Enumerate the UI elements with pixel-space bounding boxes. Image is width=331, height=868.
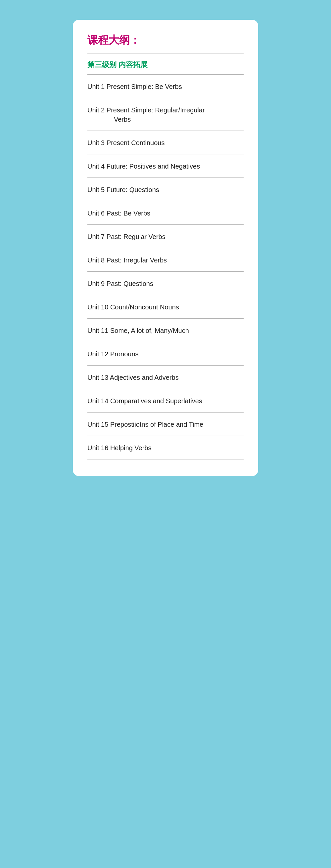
unit-text: Unit 13 Adjectives and Adverbs — [87, 366, 244, 389]
list-item: Unit 11 Some, A lot of, Many/Much — [87, 319, 244, 342]
list-item: Unit 15 Prepostiiotns of Place and Time — [87, 412, 244, 436]
unit-text: Unit 11 Some, A lot of, Many/Much — [87, 319, 244, 342]
unit-text: Unit 1 Present Simple: Be Verbs — [87, 75, 244, 98]
list-item: Unit 12 Pronouns — [87, 342, 244, 366]
unit-text: Unit 6 Past: Be Verbs — [87, 201, 244, 224]
main-card: 课程大纲： 第三级别 内容拓展 Unit 1 Present Simple: B… — [73, 20, 258, 476]
list-item: Unit 4 Future: Positives and Negatives — [87, 154, 244, 178]
unit-text: Unit 5 Future: Questions — [87, 178, 244, 201]
list-item: Unit 9 Past: Questions — [87, 272, 244, 295]
unit-list: Unit 1 Present Simple: Be VerbsUnit 2 Pr… — [87, 74, 244, 460]
section-title: 第三级别 内容拓展 — [87, 54, 244, 74]
unit-text: Unit 8 Past: Irregular Verbs — [87, 248, 244, 271]
list-item: Unit 10 Count/Noncount Nouns — [87, 295, 244, 319]
unit-text: Unit 16 Helping Verbs — [87, 436, 244, 459]
list-item: Unit 3 Present Continuous — [87, 131, 244, 154]
unit-text: Unit 7 Past: Regular Verbs — [87, 225, 244, 248]
list-item: Unit 2 Present Simple: Regular/Irregular… — [87, 98, 244, 131]
unit-text-extra: Verbs — [87, 115, 244, 124]
list-item: Unit 7 Past: Regular Verbs — [87, 225, 244, 248]
unit-text: Unit 3 Present Continuous — [87, 131, 244, 154]
unit-text: Unit 10 Count/Noncount Nouns — [87, 295, 244, 318]
list-item: Unit 14 Comparatives and Superlatives — [87, 389, 244, 412]
unit-text: Unit 14 Comparatives and Superlatives — [87, 389, 244, 412]
list-item: Unit 16 Helping Verbs — [87, 436, 244, 460]
list-item: Unit 13 Adjectives and Adverbs — [87, 366, 244, 389]
unit-text: Unit 15 Prepostiiotns of Place and Time — [87, 412, 244, 436]
list-item: Unit 5 Future: Questions — [87, 178, 244, 201]
page-title: 课程大纲： — [87, 33, 244, 48]
list-item: Unit 8 Past: Irregular Verbs — [87, 248, 244, 272]
unit-text: Unit 4 Future: Positives and Negatives — [87, 154, 244, 178]
unit-text: Unit 2 Present Simple: Regular/Irregular… — [87, 98, 244, 130]
list-item: Unit 6 Past: Be Verbs — [87, 201, 244, 225]
unit-text: Unit 12 Pronouns — [87, 342, 244, 365]
unit-text: Unit 9 Past: Questions — [87, 272, 244, 295]
list-item: Unit 1 Present Simple: Be Verbs — [87, 74, 244, 98]
